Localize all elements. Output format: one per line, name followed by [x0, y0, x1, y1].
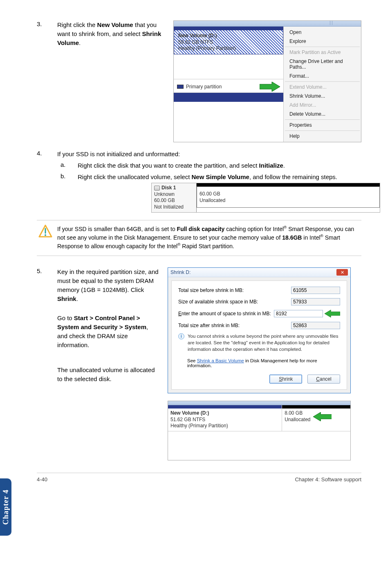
value-available: 57933 [291, 298, 340, 305]
page-footer: 4-40 Chapter 4: Software support [37, 473, 361, 483]
t: Right click the unallocated volume, sele… [78, 173, 191, 180]
disk-label: Disk 1 [161, 185, 176, 191]
bottom-strip [174, 93, 283, 102]
t: in Intel [302, 234, 320, 240]
step-4a-row: a. Right click the disk that you want to… [57, 161, 361, 170]
volume-size: 59.62 GB NTFS [178, 39, 279, 46]
callout-arrow-icon [313, 412, 332, 421]
menu-add-mirror: Add Mirror... [284, 101, 361, 110]
disk-unknown: Unknown [154, 191, 194, 198]
step-5-goto: Go to Start > Control Panel > System and… [57, 314, 159, 349]
step-3-number: 3. [37, 20, 49, 142]
unalloc-status: Unallocated [199, 197, 377, 204]
legend-label: Primary partition [186, 84, 222, 90]
shrink-button[interactable]: Shrink [269, 375, 302, 384]
dialog-title-text: Shrink D: [170, 269, 191, 275]
unallocated-strip [282, 405, 350, 408]
svg-marker-4 [325, 310, 340, 317]
volume-status: Healthy (Primary Partition) [178, 45, 279, 52]
menu-format[interactable]: Format... [284, 72, 361, 81]
callout-arrow-icon [325, 310, 340, 318]
page-number: 4-40 [37, 476, 47, 483]
step-4-number: 4. [37, 150, 49, 159]
info-link-line: See Shrink a Basic Volume in Disk Manage… [187, 358, 340, 368]
disk1-uninitialized-screenshot: Disk 1 Unknown 60.00 GB Not Initialized … [151, 183, 380, 212]
menu-change-letter[interactable]: Change Drive Letter and Paths... [284, 57, 361, 72]
t: Initialize [259, 162, 283, 169]
step-4a-text: Right click the disk that you want to cr… [78, 161, 361, 170]
unalloc-status: Unallocated [285, 417, 310, 423]
step-4b-row: b. Right click the unallocated volume, s… [57, 173, 361, 182]
step-5-textcol: Key in the required partition size, and … [57, 267, 159, 460]
value-total-after: 52863 [291, 322, 340, 329]
unallocated-block: 8.00 GB Unallocated [282, 408, 350, 424]
t: 18.6GB [282, 234, 302, 240]
cancel-button[interactable]: Cancel [307, 375, 340, 384]
t: See [187, 358, 197, 363]
info-block: i You cannot shrink a volume beyond the … [178, 333, 340, 352]
t: caching option for Intel [224, 225, 284, 232]
unalloc-size: 60.00 GB [199, 191, 377, 197]
field-enter-amount: EEnter the amount of space to shrink in … [178, 310, 340, 318]
menu-extend-volume: Extend Volume... [284, 83, 361, 92]
step-3-row: 3. Right click the New Volume that you w… [37, 20, 361, 142]
volume-size: 51.62 GB NTFS [170, 417, 279, 423]
unallocated-strip [197, 183, 380, 186]
disk-icon [154, 186, 160, 191]
menu-open[interactable]: Open [284, 28, 361, 37]
legend: Primary partition [174, 79, 283, 93]
step-4b-number: b. [57, 173, 69, 182]
volume-strip [168, 405, 282, 408]
field-total-after: Total size after shrink in MB: 52863 [178, 322, 340, 329]
disk-status: Not Initialized [154, 204, 194, 211]
menu-shrink-volume[interactable]: Shrink Volume... [284, 92, 361, 101]
label: EEnter the amount of space to shrink in … [178, 311, 271, 316]
disk-size: 60.00 GB [154, 197, 194, 204]
value-total-before: 61055 [291, 287, 340, 294]
caution-icon [38, 224, 52, 238]
step-4b-text: Right click the unallocated volume, sele… [78, 173, 361, 182]
t: Right click the [57, 21, 97, 28]
t: ® [321, 233, 323, 238]
t: . [79, 39, 81, 46]
t: . [76, 295, 78, 302]
step-4-text: If your SSD is not initialized and unfor… [57, 150, 361, 159]
step-5-number: 5. [37, 267, 49, 460]
shrink-context-menu-screenshot: New Volume (D:) 59.62 GB NTFS Healthy (P… [173, 20, 361, 142]
info-text: You cannot shrink a volume beyond the po… [188, 333, 340, 352]
chapter-label: Chapter 4: Software support [295, 476, 361, 483]
input-shrink-amount[interactable]: 8192 [274, 310, 323, 317]
t: Go to [57, 314, 74, 321]
unallocated-block: 60.00 GB Unallocated [197, 186, 380, 208]
shrink-dialog: Shrink D: ✕ Total size before shrink in … [168, 267, 351, 393]
close-icon[interactable]: ✕ [336, 269, 348, 276]
volume-status: Healthy (Primary Partition) [170, 423, 279, 429]
selected-volume-block: New Volume (D:) 59.62 GB NTFS Healthy (P… [174, 30, 283, 54]
t: Full disk capacity [177, 225, 225, 232]
t: New Volume [97, 21, 133, 28]
volume-title: New Volume (D:) [170, 410, 279, 417]
step-5-unalloc-text: The unallocated volume is allocated to t… [57, 366, 159, 384]
note-text: If your SSD is smaller than 64GB, and is… [57, 224, 360, 250]
t: New Simple Volume [191, 173, 249, 180]
t: Key in the required partition size, and … [57, 268, 159, 293]
menu-properties[interactable]: Properties [284, 121, 361, 130]
t: Rapid Start partition. [180, 242, 234, 249]
window-titlebar [174, 21, 361, 27]
menu-help[interactable]: Help [284, 132, 361, 141]
menu-explore[interactable]: Explore [284, 37, 361, 46]
t: , and follow the remaining steps. [249, 173, 337, 180]
t: Right click the disk that you want to cr… [78, 162, 259, 169]
help-link[interactable]: Shrink a Basic Volume [197, 358, 244, 363]
t: Shrink [57, 295, 76, 302]
caution-note: If your SSD is smaller than 64GB, and is… [37, 220, 361, 256]
menu-delete-volume[interactable]: Delete Volume... [284, 110, 361, 119]
window-titlebar [168, 401, 350, 405]
allocated-volume-screenshot: New Volume (D:) 51.62 GB NTFS Healthy (P… [168, 401, 351, 460]
dialog-titlebar: Shrink D: ✕ [168, 268, 350, 277]
chapter-side-tab: Chapter 4 [0, 478, 11, 491]
volume-strip [174, 27, 283, 30]
volume-block: New Volume (D:) 51.62 GB NTFS Healthy (P… [168, 408, 282, 431]
step-3-text: Right click the New Volume that you want… [57, 20, 165, 142]
t: If your SSD is smaller than 64GB, and is… [57, 225, 177, 232]
